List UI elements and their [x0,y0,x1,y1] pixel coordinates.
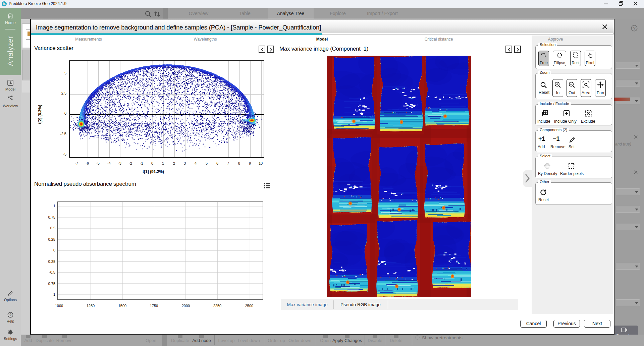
svg-text:?: ? [9,313,12,317]
svg-text:?: ? [633,26,635,31]
